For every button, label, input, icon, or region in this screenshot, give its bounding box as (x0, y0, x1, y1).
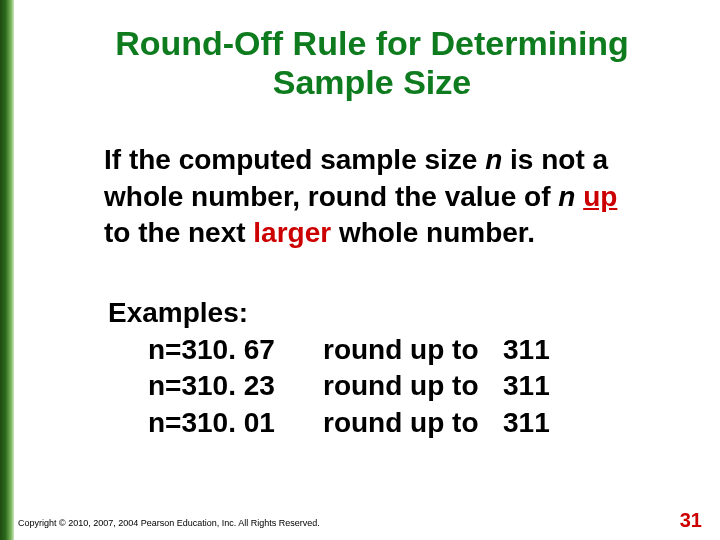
slide-title: Round-Off Rule for Determining Sample Si… (74, 24, 670, 102)
rule-paragraph: If the computed sample size n is not a w… (104, 142, 650, 251)
example-row: n=310. 67 round up to 311 (108, 332, 690, 368)
copyright-text: Copyright © 2010, 2007, 2004 Pearson Edu… (18, 518, 320, 528)
example-rhs: 311 (503, 332, 573, 368)
example-lhs: n=310. 67 (108, 332, 323, 368)
examples-block: Examples: n=310. 67 round up to 311 n=31… (108, 295, 690, 441)
example-mid: round up to (323, 332, 503, 368)
rule-text-3 (575, 181, 583, 212)
left-gradient-edge (0, 0, 14, 540)
slide-body: Round-Off Rule for Determining Sample Si… (14, 0, 720, 540)
rule-var-n-1: n (485, 144, 502, 175)
rule-text-1: If the computed sample size (104, 144, 485, 175)
rule-text-5: whole number. (331, 217, 535, 248)
example-lhs: n=310. 01 (108, 405, 323, 441)
example-lhs: n=310. 23 (108, 368, 323, 404)
example-rhs: 311 (503, 368, 573, 404)
example-mid: round up to (323, 368, 503, 404)
example-row: n=310. 01 round up to 311 (108, 405, 690, 441)
page-number: 31 (680, 509, 702, 532)
rule-var-n-2: n (558, 181, 575, 212)
example-row: n=310. 23 round up to 311 (108, 368, 690, 404)
example-mid: round up to (323, 405, 503, 441)
example-rhs: 311 (503, 405, 573, 441)
rule-larger: larger (253, 217, 331, 248)
rule-text-4: to the next (104, 217, 253, 248)
examples-heading: Examples: (108, 295, 690, 331)
rule-up: up (583, 181, 617, 212)
